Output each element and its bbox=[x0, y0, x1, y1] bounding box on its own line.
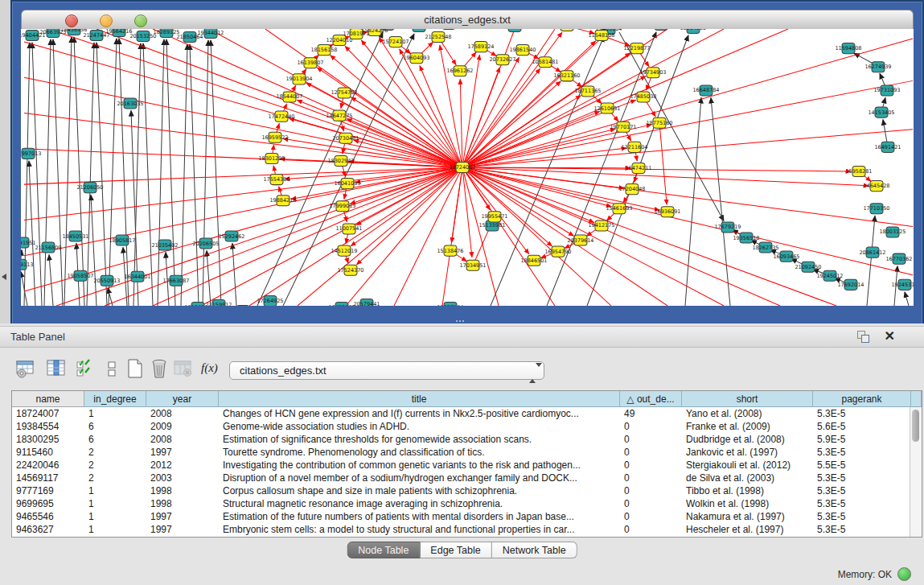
table-row[interactable]: 977716911998Corpus callosum shape and si… bbox=[12, 484, 910, 497]
cell: 0 bbox=[620, 459, 682, 472]
node-label: 17589124 bbox=[468, 43, 495, 50]
tab-edge-table[interactable]: Edge Table bbox=[420, 542, 491, 558]
black-edge bbox=[143, 43, 153, 306]
node-label: 17264925 bbox=[257, 298, 284, 304]
node-label: 16770362 bbox=[886, 256, 913, 262]
cell: 0 bbox=[620, 446, 682, 459]
table-row[interactable]: 1938455462009Genome-wide association stu… bbox=[12, 420, 910, 433]
table-row[interactable]: 946362711997Embryonic stem cells: a mode… bbox=[12, 523, 910, 536]
black-edge bbox=[257, 32, 383, 306]
column-header-title[interactable]: title bbox=[219, 391, 620, 407]
red-edge bbox=[351, 97, 462, 167]
node-label: 19013904 bbox=[286, 76, 313, 82]
black-edge bbox=[207, 251, 211, 306]
vertical-scrollbar[interactable] bbox=[910, 407, 922, 537]
cell: Wolkin et al. (1998) bbox=[682, 497, 813, 510]
node-label: 16491421 bbox=[875, 144, 901, 150]
cell: Nakamura et al. (1997) bbox=[682, 510, 813, 523]
cell: 0 bbox=[620, 472, 682, 484]
panel-collapse-arrow[interactable] bbox=[2, 274, 6, 280]
node-label: 17034951 bbox=[460, 262, 487, 269]
black-edge bbox=[21, 250, 22, 306]
cell: 0 bbox=[620, 420, 682, 433]
cell: 0 bbox=[620, 510, 682, 523]
column-header-out_de[interactable]: △ out_de... bbox=[620, 391, 682, 407]
node-label: 19356518 bbox=[733, 235, 760, 241]
node-label: 17999013 bbox=[330, 203, 356, 209]
table-tabs: Node TableEdge TableNetwork Table bbox=[347, 542, 577, 558]
node-label: 21156809 bbox=[35, 245, 62, 251]
node-label: 20359524 bbox=[502, 29, 528, 30]
network-svg[interactable]: 1940442120663923184369562124744719564216… bbox=[21, 29, 914, 306]
black-edge bbox=[49, 255, 53, 306]
cell: 6 bbox=[84, 433, 146, 446]
table-row[interactable]: 1830029562008Estimation of significance … bbox=[12, 433, 910, 446]
status-bar: Memory: OK bbox=[0, 562, 924, 585]
table-row[interactable]: 1872400712008Changes of HCN gene express… bbox=[12, 407, 910, 420]
table-row[interactable]: 1456911722003Disruption of a novel membe… bbox=[12, 472, 910, 484]
cell: 0 bbox=[620, 433, 682, 446]
checkbox-list-icon[interactable] bbox=[101, 357, 125, 381]
network-window-title: citations_edges.txt bbox=[22, 14, 913, 26]
cell: 2008 bbox=[146, 407, 219, 420]
column-header-short[interactable]: short bbox=[682, 391, 813, 407]
black-edge bbox=[119, 39, 129, 306]
column-header-year[interactable]: year bbox=[146, 391, 219, 407]
network-node[interactable] bbox=[236, 305, 249, 306]
function-builder-icon[interactable]: f(x) bbox=[201, 361, 225, 385]
red-edge bbox=[462, 29, 724, 167]
node-label: 21206050 bbox=[77, 184, 104, 191]
table-body: 1872400712008Changes of HCN gene express… bbox=[12, 407, 910, 537]
column-header-in_degree[interactable]: in_degree bbox=[84, 391, 146, 407]
cell: 2 bbox=[84, 446, 146, 459]
close-icon[interactable]: ✕ bbox=[885, 329, 895, 344]
memory-status-indicator[interactable] bbox=[897, 567, 911, 581]
row-checks-icon[interactable] bbox=[74, 357, 98, 381]
network-node[interactable] bbox=[655, 29, 667, 31]
tab-network-table[interactable]: Network Table bbox=[492, 542, 577, 558]
table-row[interactable]: 2242004622012Investigating the contribut… bbox=[12, 459, 910, 472]
table-row[interactable]: 911546021997Tourette syndrome. Phenomeno… bbox=[12, 446, 910, 459]
table-row[interactable]: 969969511998Structural magnetic resonanc… bbox=[12, 497, 910, 510]
black-edge bbox=[190, 44, 199, 306]
network-canvas[interactable]: 1940442120663923184369562124744719564216… bbox=[21, 29, 914, 306]
node-label: 16474211 bbox=[626, 165, 652, 171]
cell: 9699695 bbox=[12, 497, 84, 510]
table-selector-dropdown[interactable]: citations_edges.txt bbox=[229, 361, 544, 380]
cell: 14569117 bbox=[12, 472, 84, 484]
column-header-name[interactable]: name bbox=[12, 391, 84, 407]
delete-table-icon[interactable] bbox=[172, 357, 196, 381]
scrollbar-thumb[interactable] bbox=[912, 410, 919, 442]
red-edge bbox=[462, 167, 836, 306]
float-panel-icon[interactable] bbox=[857, 331, 869, 343]
tab-node-table[interactable]: Node Table bbox=[347, 542, 420, 558]
node-label: 21159812 bbox=[206, 302, 232, 306]
delete-column-icon[interactable] bbox=[148, 357, 172, 381]
network-node[interactable] bbox=[442, 29, 455, 30]
cell: 5.3E-5 bbox=[813, 497, 910, 510]
node-label: 20730481 bbox=[333, 135, 359, 142]
cell: 2 bbox=[84, 472, 146, 484]
node-label: 17663087 bbox=[163, 278, 190, 284]
cell: 49 bbox=[620, 407, 682, 420]
node-label: 17204048 bbox=[619, 186, 646, 192]
new-column-icon[interactable] bbox=[124, 357, 148, 381]
node-label: 18156158 bbox=[311, 47, 338, 53]
node-label: 13211604 bbox=[622, 144, 648, 150]
node-label: 19412175 bbox=[589, 222, 615, 229]
cytoscape-app: citations_edges.txt 19404421206639231843… bbox=[0, 0, 924, 585]
network-node[interactable] bbox=[561, 29, 573, 31]
cell: 18300295 bbox=[12, 433, 84, 446]
red-edge bbox=[249, 167, 462, 306]
network-window-titlebar[interactable]: citations_edges.txt bbox=[21, 10, 914, 31]
cell: 1998 bbox=[146, 484, 219, 497]
table-row[interactable]: 946554611997Estimation of the future num… bbox=[12, 510, 910, 523]
table-mode-icon[interactable] bbox=[14, 357, 39, 381]
cell: 5.3E-5 bbox=[813, 446, 910, 459]
show-columns-icon[interactable] bbox=[45, 357, 69, 381]
node-label: 19604093 bbox=[404, 55, 430, 61]
cell: 1 bbox=[84, 523, 146, 536]
column-header-pagerank[interactable]: pagerank bbox=[813, 391, 911, 407]
table-panel: Table Panel ✕ bbox=[0, 323, 924, 585]
cell: 0 bbox=[620, 497, 682, 510]
